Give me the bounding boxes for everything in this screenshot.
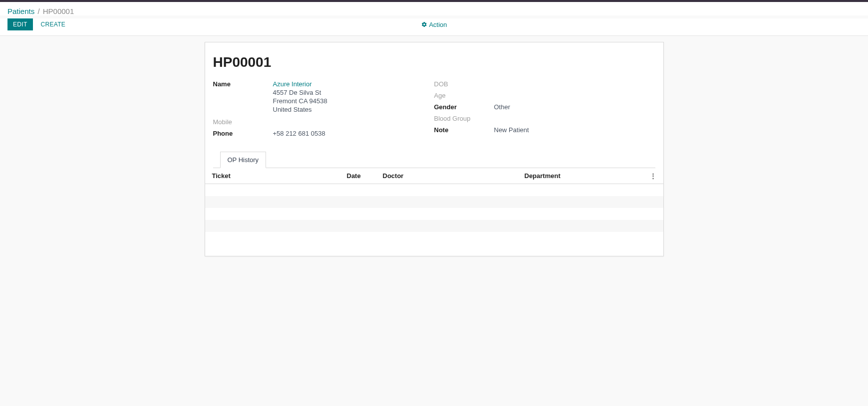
gender-value: Other: [494, 103, 511, 111]
note-value: New Patient: [494, 126, 529, 134]
field-gender: Gender Other: [434, 103, 655, 111]
phone-value: +58 212 681 0538: [273, 130, 325, 137]
action-dropdown[interactable]: Action: [421, 21, 447, 28]
name-value-block: Azure Interior 4557 De Silva St Fremont …: [273, 80, 327, 114]
content-area: HP00001 Name Azure Interior 4557 De Silv…: [0, 36, 868, 262]
gender-label: Gender: [434, 103, 494, 111]
table-row: [205, 184, 663, 196]
field-name: Name Azure Interior 4557 De Silva St Fre…: [213, 80, 434, 114]
partner-link[interactable]: Azure Interior: [273, 80, 327, 88]
table-body: [205, 184, 663, 232]
toolbar: EDIT CREATE Action: [0, 18, 868, 36]
address-line1: 4557 De Silva St: [273, 89, 327, 96]
dob-label: DOB: [434, 80, 494, 88]
field-grid: Name Azure Interior 4557 De Silva St Fre…: [213, 80, 655, 141]
breadcrumb-container: Patients / HP00001: [0, 2, 868, 15]
edit-button[interactable]: EDIT: [7, 18, 33, 30]
mobile-label: Mobile: [213, 118, 273, 126]
kebab-menu-icon: ⋮: [650, 172, 656, 180]
name-label: Name: [213, 80, 273, 88]
form-sheet: HP00001 Name Azure Interior 4557 De Silv…: [205, 42, 664, 256]
table-header: Ticket Date Doctor Department ⋮: [205, 168, 663, 184]
create-button[interactable]: CREATE: [36, 19, 71, 30]
table-row: [205, 208, 663, 220]
field-dob: DOB: [434, 80, 655, 88]
age-label: Age: [434, 92, 494, 99]
record-title: HP00001: [213, 54, 655, 70]
breadcrumb-current: HP00001: [43, 7, 74, 15]
op-history-table: Ticket Date Doctor Department ⋮: [205, 168, 663, 232]
table-row: [205, 220, 663, 232]
field-col-left: Name Azure Interior 4557 De Silva St Fre…: [213, 80, 434, 141]
table-row: [205, 196, 663, 208]
th-department[interactable]: Department: [525, 172, 646, 180]
address-line2: Fremont CA 94538: [273, 97, 327, 105]
breadcrumb-root-link[interactable]: Patients: [7, 7, 34, 15]
th-ticket[interactable]: Ticket: [212, 172, 347, 180]
form-footer: [205, 232, 663, 256]
phone-label: Phone: [213, 130, 273, 137]
th-date[interactable]: Date: [347, 172, 383, 180]
field-note: Note New Patient: [434, 126, 655, 134]
action-label: Action: [429, 21, 447, 28]
address-line3: United States: [273, 106, 327, 113]
breadcrumb: Patients / HP00001: [7, 7, 861, 15]
blood-group-label: Blood Group: [434, 115, 494, 122]
field-blood-group: Blood Group: [434, 115, 655, 122]
form-inner: HP00001 Name Azure Interior 4557 De Silv…: [205, 42, 663, 168]
field-mobile: Mobile: [213, 118, 434, 126]
field-phone: Phone +58 212 681 0538: [213, 130, 434, 137]
field-age: Age: [434, 92, 655, 99]
tab-op-history[interactable]: OP History: [220, 152, 267, 168]
breadcrumb-separator: /: [37, 7, 39, 15]
note-label: Note: [434, 126, 494, 134]
gear-icon: [421, 21, 427, 27]
th-doctor[interactable]: Doctor: [383, 172, 525, 180]
field-col-right: DOB Age Gender Other Blood Group: [434, 80, 655, 141]
table-options-button[interactable]: ⋮: [646, 172, 656, 180]
tabs: OP History: [213, 151, 655, 168]
